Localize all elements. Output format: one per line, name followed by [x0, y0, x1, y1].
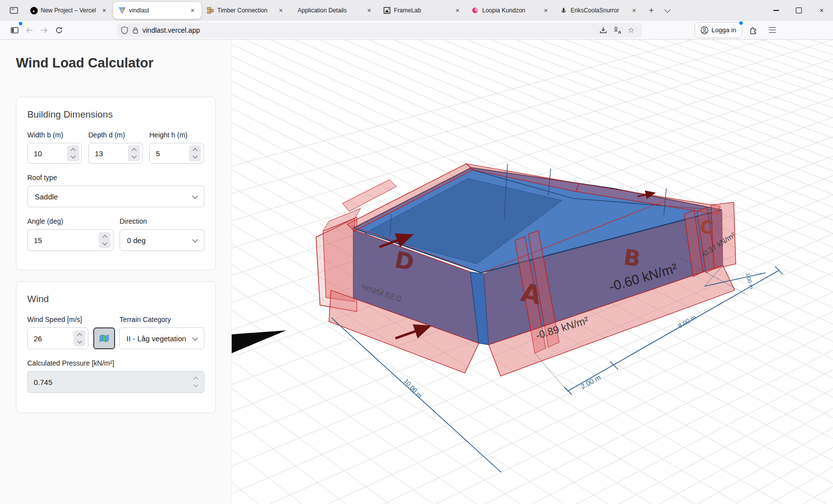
number-spinner [190, 374, 201, 390]
login-label: Logga in [711, 26, 736, 34]
3d-viewport[interactable]: D 0.53 kN/m² A -0.89 kN/m² B -0.60 kN/m²… [232, 40, 833, 504]
puzzle-icon [749, 26, 758, 34]
tab-vindlast-active[interactable]: vindlast × [113, 2, 201, 19]
tab-title: Application Details [298, 7, 361, 14]
tab-new-project-vercel[interactable]: ▲ New Project – Vercel × [25, 2, 113, 19]
tab-close-icon[interactable]: × [188, 5, 197, 15]
wind-map-button[interactable] [93, 327, 115, 349]
tab-close-icon[interactable]: × [276, 5, 286, 15]
tab-title: EriksCoolaSnurror [571, 7, 626, 14]
chevron-down-icon [77, 339, 82, 344]
chevron-down-icon [192, 335, 197, 340]
building-dimensions-card: Building Dimensions Width b (m) Depth d … [16, 97, 216, 270]
depth-field[interactable] [95, 149, 128, 158]
number-spinner[interactable] [99, 232, 111, 248]
number-spinner[interactable] [67, 145, 79, 161]
chevron-down-icon [193, 382, 198, 387]
wind-direction-arrow [232, 330, 286, 353]
number-spinner[interactable] [73, 330, 85, 346]
tab-title: vindlast [129, 7, 185, 14]
tab-close-icon[interactable]: × [541, 5, 551, 15]
pressure-label: Calculated Pressure [kN/m²] [27, 359, 204, 367]
depth-label: Depth d (m) [88, 131, 143, 139]
terrain-label: Terrain Category [120, 315, 171, 323]
chevron-up-icon [70, 148, 75, 153]
url-text: vindlast.vercel.app [142, 26, 200, 34]
account-icon [701, 26, 708, 34]
chevron-down-icon [192, 237, 197, 242]
roof-type-label: Roof type [27, 174, 204, 182]
browser-tab-bar: ▲ New Project – Vercel × vindlast × Timb… [0, 0, 833, 21]
dim-2m: 2.00 m [579, 373, 602, 390]
number-spinner[interactable] [189, 145, 201, 161]
pressure-field [34, 378, 190, 386]
card-heading: Wind [27, 294, 204, 305]
terrain-value: II - Låg vegetation [127, 334, 186, 343]
angle-input[interactable] [27, 229, 114, 251]
tab-title: New Project – Vercel [41, 7, 96, 14]
bookmark-star-icon[interactable]: ☆ [624, 24, 638, 37]
reload-icon [55, 26, 63, 34]
window-close-button[interactable]: × [810, 0, 833, 21]
tab-close-icon[interactable]: × [99, 5, 109, 15]
width-field[interactable] [34, 149, 67, 158]
tab-framelab[interactable]: FrameLab × [378, 2, 466, 19]
width-input[interactable] [27, 143, 82, 164]
tab-erikscoolasnurror[interactable]: EriksCoolaSnurror × [555, 2, 643, 19]
list-all-tabs-button[interactable] [660, 3, 675, 18]
angle-field[interactable] [34, 236, 99, 245]
tab-loopia-kundzon[interactable]: Loopia Kundzon × [466, 2, 555, 19]
notification-dot [739, 21, 743, 25]
window-minimize-button[interactable] [765, 0, 787, 21]
depth-input[interactable] [88, 143, 143, 164]
dim-8m: 8.00 m [677, 314, 698, 330]
height-field[interactable] [156, 149, 189, 158]
page-title: Wind Load Calculator [16, 56, 153, 71]
chevron-up-icon [77, 333, 82, 338]
chevron-down-icon [70, 154, 75, 159]
tab-close-icon[interactable]: × [629, 5, 639, 15]
downloads-button[interactable] [596, 24, 610, 37]
chevron-up-icon [131, 148, 136, 153]
back-button[interactable] [22, 23, 37, 38]
height-input[interactable] [149, 143, 204, 164]
tab-close-icon[interactable]: × [452, 5, 462, 15]
wind-speed-field[interactable] [34, 334, 73, 343]
tab-title: Timber Connection [217, 7, 273, 14]
tab-title: FrameLab [394, 7, 449, 14]
svg-text:A: A [618, 29, 621, 34]
chevron-down-icon [131, 154, 136, 159]
tab-application-details[interactable]: Application Details × [290, 2, 378, 19]
reload-button[interactable] [52, 23, 66, 38]
direction-label: Direction [120, 217, 204, 225]
chevron-up-icon [102, 235, 107, 240]
extensions-button[interactable] [746, 23, 761, 38]
window-maximize-button[interactable] [787, 0, 810, 21]
terrain-category-select[interactable]: II - Låg vegetation [119, 327, 204, 349]
direction-select[interactable]: 0 deg [120, 229, 204, 251]
new-tab-button[interactable]: + [644, 3, 659, 18]
width-label: Width b (m) [27, 131, 82, 139]
tab-close-icon[interactable]: × [364, 5, 374, 15]
loopia-logo-icon [471, 6, 479, 14]
vercel-logo-icon: ▲ [30, 6, 38, 14]
url-bar[interactable]: vindlast.vercel.app A ☆ [117, 23, 642, 38]
account-login-button[interactable]: Logga in [695, 22, 742, 38]
wind-card: Wind Wind Speed [m/s] Terrain Category I… [16, 281, 216, 413]
app-menu-button[interactable] [765, 23, 780, 38]
angle-label: Angle (deg) [27, 217, 114, 225]
forward-button[interactable] [37, 23, 52, 38]
sidebar-toggle-button[interactable] [7, 23, 22, 38]
download-icon [599, 26, 607, 34]
chevron-up-icon [193, 377, 198, 382]
firefox-view-button[interactable] [6, 3, 22, 18]
forward-arrow-icon [40, 27, 48, 34]
roof-type-select[interactable]: Saddle [27, 186, 204, 207]
number-spinner[interactable] [128, 145, 140, 161]
tab-timber-connection[interactable]: Timber Connection × [201, 2, 290, 19]
minimize-icon [773, 10, 779, 10]
tab-title: Loopia Kundzon [482, 7, 538, 14]
hamburger-menu-icon [769, 27, 776, 33]
translate-button[interactable]: A [610, 24, 624, 37]
wind-speed-input[interactable] [27, 327, 88, 349]
